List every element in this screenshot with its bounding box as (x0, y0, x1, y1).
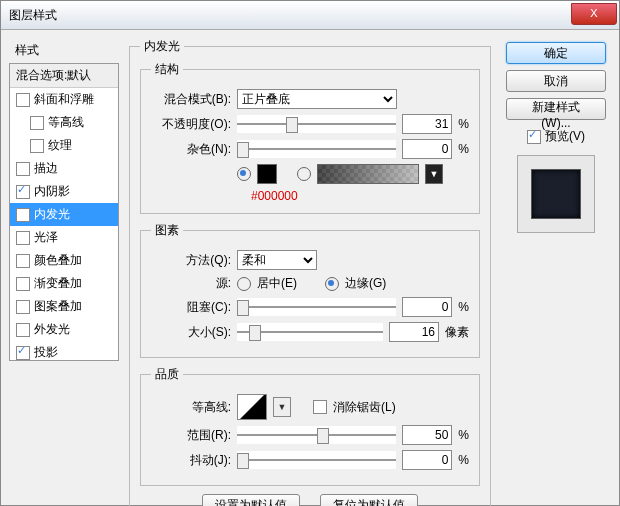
jitter-input[interactable] (402, 450, 452, 470)
style-label: 图案叠加 (34, 298, 82, 315)
hex-label: #000000 (251, 189, 469, 203)
style-label: 等高线 (48, 114, 84, 131)
preview-label: 预览(V) (545, 128, 585, 145)
size-unit: 像素 (445, 324, 469, 341)
gradient-radio[interactable] (297, 167, 311, 181)
gradient-swatch[interactable] (317, 164, 419, 184)
style-item-9[interactable]: 图案叠加 (10, 295, 118, 318)
noise-unit: % (458, 142, 469, 156)
style-item-7[interactable]: 颜色叠加 (10, 249, 118, 272)
style-checkbox[interactable] (16, 93, 30, 107)
settings-panel: 内发光 结构 混合模式(B): 正片叠底 不透明度(O): % 杂色(N): (119, 38, 501, 498)
style-item-4[interactable]: 内阴影 (10, 180, 118, 203)
style-checkbox[interactable] (16, 323, 30, 337)
elements-legend: 图素 (151, 222, 183, 239)
elements-group: 图素 方法(Q): 柔和 源: 居中(E) 边缘(G) 阻塞(C): (140, 222, 480, 358)
contour-dropdown[interactable]: ▼ (273, 397, 291, 417)
style-label: 颜色叠加 (34, 252, 82, 269)
inner-glow-title: 内发光 (140, 38, 184, 55)
new-style-button[interactable]: 新建样式(W)... (506, 98, 606, 120)
set-default-button[interactable]: 设置为默认值 (202, 494, 300, 506)
style-item-2[interactable]: 纹理 (10, 134, 118, 157)
blend-options-header[interactable]: 混合选项:默认 (10, 64, 118, 88)
preview-checkbox[interactable] (527, 130, 541, 144)
cancel-button[interactable]: 取消 (506, 70, 606, 92)
antialias-checkbox[interactable] (313, 400, 327, 414)
style-label: 渐变叠加 (34, 275, 82, 292)
style-item-10[interactable]: 外发光 (10, 318, 118, 341)
style-checkbox[interactable] (16, 277, 30, 291)
close-button[interactable]: X (571, 3, 617, 25)
opacity-unit: % (458, 117, 469, 131)
noise-input[interactable] (402, 139, 452, 159)
style-item-1[interactable]: 等高线 (10, 111, 118, 134)
opacity-input[interactable] (402, 114, 452, 134)
range-unit: % (458, 428, 469, 442)
choke-input[interactable] (402, 297, 452, 317)
antialias-label: 消除锯齿(L) (333, 399, 396, 416)
style-checkbox[interactable] (16, 300, 30, 314)
style-label: 内发光 (34, 206, 70, 223)
style-checkbox[interactable] (30, 139, 44, 153)
structure-group: 结构 混合模式(B): 正片叠底 不透明度(O): % 杂色(N): (140, 61, 480, 214)
style-label: 斜面和浮雕 (34, 91, 94, 108)
choke-slider[interactable] (237, 298, 396, 316)
style-item-0[interactable]: 斜面和浮雕 (10, 88, 118, 111)
color-radio[interactable] (237, 167, 251, 181)
structure-legend: 结构 (151, 61, 183, 78)
style-item-8[interactable]: 渐变叠加 (10, 272, 118, 295)
style-checkbox[interactable] (16, 346, 30, 360)
style-checkbox[interactable] (30, 116, 44, 130)
style-item-6[interactable]: 光泽 (10, 226, 118, 249)
style-label: 外发光 (34, 321, 70, 338)
quality-legend: 品质 (151, 366, 183, 383)
source-edge-label: 边缘(G) (345, 275, 386, 292)
style-label: 内阴影 (34, 183, 70, 200)
jitter-slider[interactable] (237, 451, 396, 469)
style-item-3[interactable]: 描边 (10, 157, 118, 180)
size-slider[interactable] (237, 323, 383, 341)
source-label: 源: (151, 275, 231, 292)
source-center-label: 居中(E) (257, 275, 297, 292)
titlebar: 图层样式 X (1, 1, 619, 30)
style-item-11[interactable]: 投影 (10, 341, 118, 364)
reset-default-button[interactable]: 复位为默认值 (320, 494, 418, 506)
style-checkbox[interactable] (16, 231, 30, 245)
style-label: 描边 (34, 160, 58, 177)
preview-swatch (531, 169, 581, 219)
layer-style-dialog: 图层样式 X 样式 混合选项:默认 斜面和浮雕等高线纹理描边内阴影内发光光泽颜色… (0, 0, 620, 506)
contour-picker[interactable] (237, 394, 267, 420)
styles-header: 样式 (9, 38, 119, 63)
style-label: 投影 (34, 344, 58, 361)
range-input[interactable] (402, 425, 452, 445)
size-label: 大小(S): (151, 324, 231, 341)
size-input[interactable] (389, 322, 439, 342)
source-edge-radio[interactable] (325, 277, 339, 291)
range-slider[interactable] (237, 426, 396, 444)
choke-unit: % (458, 300, 469, 314)
inner-glow-group: 内发光 结构 混合模式(B): 正片叠底 不透明度(O): % 杂色(N): (129, 38, 491, 506)
style-item-5[interactable]: 内发光 (10, 203, 118, 226)
opacity-label: 不透明度(O): (151, 116, 231, 133)
gradient-dropdown[interactable]: ▼ (425, 164, 443, 184)
preview-box (517, 155, 595, 233)
technique-select[interactable]: 柔和 (237, 250, 317, 270)
opacity-slider[interactable] (237, 115, 396, 133)
style-checkbox[interactable] (16, 208, 30, 222)
style-label: 纹理 (48, 137, 72, 154)
style-checkbox[interactable] (16, 254, 30, 268)
contour-label: 等高线: (151, 399, 231, 416)
quality-group: 品质 等高线: ▼ 消除锯齿(L) 范围(R): % (140, 366, 480, 486)
style-checkbox[interactable] (16, 162, 30, 176)
blend-mode-select[interactable]: 正片叠底 (237, 89, 397, 109)
ok-button[interactable]: 确定 (506, 42, 606, 64)
style-checkbox[interactable] (16, 185, 30, 199)
noise-slider[interactable] (237, 140, 396, 158)
jitter-unit: % (458, 453, 469, 467)
styles-panel: 样式 混合选项:默认 斜面和浮雕等高线纹理描边内阴影内发光光泽颜色叠加渐变叠加图… (9, 38, 119, 498)
color-swatch[interactable] (257, 164, 277, 184)
source-center-radio[interactable] (237, 277, 251, 291)
choke-label: 阻塞(C): (151, 299, 231, 316)
range-label: 范围(R): (151, 427, 231, 444)
blend-mode-label: 混合模式(B): (151, 91, 231, 108)
